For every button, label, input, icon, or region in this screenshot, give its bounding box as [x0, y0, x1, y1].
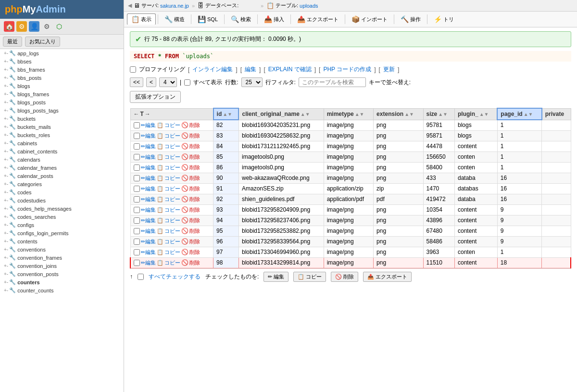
sidebar-item-app_logs[interactable]: +- 🔧 app_logs — [0, 49, 124, 57]
row-checkbox-95[interactable] — [134, 228, 140, 234]
del-btn-85[interactable]: 削除 — [189, 153, 200, 161]
sidebar-item-calendar_frames[interactable]: +- 🔧 calendar_frames — [0, 164, 124, 172]
row-checkbox-84[interactable] — [134, 143, 140, 150]
del-btn-86[interactable]: 削除 — [189, 164, 200, 171]
row-checkbox-96[interactable] — [134, 239, 140, 245]
sidebar-item-codes_help_messages[interactable]: +- 🔧 codes_help_messages — [0, 204, 124, 213]
sidebar-item-blogs_frames[interactable]: +- 🔧 blogs_frames — [0, 90, 124, 98]
sidebar-item-calendars[interactable]: +- 🔧 calendars — [0, 155, 124, 164]
toolbar-btn-表示[interactable]: 📋表示 — [127, 13, 156, 25]
bottom-copy-btn[interactable]: 📋 コピー — [293, 272, 326, 282]
sort-id-icon[interactable]: ▲▼ — [223, 112, 232, 117]
row-count-select[interactable]: 25 — [241, 77, 263, 87]
profiling-checkbox[interactable] — [130, 66, 136, 73]
expand-options-btn[interactable]: 拡張オプション — [130, 91, 181, 103]
edit-btn-92[interactable]: ✏編集 — [141, 196, 156, 203]
toolbar-btn-操作[interactable]: 🔨操作 — [396, 13, 425, 25]
db-link[interactable] — [240, 3, 258, 9]
plugin-icon[interactable]: ⬡ — [54, 21, 64, 32]
show-all-checkbox[interactable] — [184, 79, 190, 86]
bottom-export-btn[interactable]: 📤 エクスポート — [363, 272, 412, 282]
row-checkbox-94[interactable] — [134, 217, 140, 224]
sidebar-item-configs[interactable]: +- 🔧 configs — [0, 221, 124, 229]
sidebar-item-contents[interactable]: +- 🔧 contents — [0, 237, 124, 245]
copy-btn-91[interactable]: コピー — [164, 185, 180, 192]
row-checkbox-98[interactable] — [134, 260, 140, 266]
table-link[interactable]: uploads — [300, 3, 318, 9]
refresh-link[interactable]: 更新 — [383, 65, 395, 74]
row-checkbox-91[interactable] — [134, 186, 140, 192]
edit-btn-86[interactable]: ✏編集 — [141, 164, 156, 171]
edit-btn-83[interactable]: ✏編集 — [141, 132, 156, 139]
del-btn-92[interactable]: 削除 — [189, 196, 200, 203]
sidebar-item-blogs[interactable]: +- 🔧 blogs — [0, 82, 124, 90]
row-checkbox-92[interactable] — [134, 196, 140, 202]
filter-input[interactable] — [299, 77, 366, 87]
edit-link[interactable]: 編集 — [245, 65, 256, 74]
row-checkbox-97[interactable] — [134, 249, 140, 255]
sidebar-item-convention_posts[interactable]: +- 🔧 convention_posts — [0, 270, 124, 278]
sidebar-item-counter_counts[interactable]: +- 🔧 counter_counts — [0, 286, 124, 294]
toolbar-btn-エクスポート[interactable]: 📤エクスポート — [293, 13, 343, 25]
copy-btn-92[interactable]: コピー — [164, 196, 180, 203]
sidebar-item-conventions[interactable]: +- 🔧 conventions — [0, 245, 124, 253]
th-page-id[interactable]: page_id ▲▼ — [497, 108, 541, 120]
favorites-btn[interactable]: お気に入り — [25, 37, 60, 47]
copy-btn-94[interactable]: コピー — [164, 217, 180, 224]
toolbar-btn-挿入[interactable]: 📥挿入 — [260, 13, 288, 25]
row-checkbox-86[interactable] — [134, 164, 140, 171]
del-btn-98[interactable]: 削除 — [189, 259, 200, 266]
sidebar-item-buckets_roles[interactable]: +- 🔧 buckets_roles — [0, 131, 124, 139]
sidebar-item-convention_joins[interactable]: +- 🔧 convention_joins — [0, 262, 124, 270]
sort-left-icon[interactable]: ← — [134, 111, 139, 117]
sort-size-icon[interactable]: ▲▼ — [438, 112, 448, 117]
th-id[interactable]: id ▲▼ — [213, 108, 239, 120]
del-btn-95[interactable]: 削除 — [189, 228, 200, 235]
del-btn-94[interactable]: 削除 — [189, 217, 200, 224]
sort-right-icon[interactable]: → — [145, 111, 151, 117]
edit-btn-93[interactable]: ✏編集 — [141, 206, 156, 214]
copy-btn-82[interactable]: コピー — [164, 122, 180, 129]
del-btn-96[interactable]: 削除 — [189, 238, 200, 245]
toolbar-btn-トリ[interactable]: ⚡トリ — [429, 13, 458, 25]
th-size[interactable]: size ▲▼ — [423, 108, 454, 120]
php-code-link[interactable]: PHP コードの作成 — [323, 65, 371, 74]
prev-page-btn[interactable]: < — [146, 77, 156, 87]
user-icon[interactable]: 👤 — [29, 21, 39, 32]
copy-btn-86[interactable]: コピー — [164, 164, 180, 171]
del-btn-90[interactable]: 削除 — [189, 175, 200, 182]
sort-pageid-icon[interactable]: ▲▼ — [524, 112, 533, 117]
sort-mime-icon[interactable]: ▲▼ — [355, 112, 364, 117]
back-arrow[interactable]: ◀ — [128, 2, 132, 9]
sidebar-item-bbs_frames[interactable]: +- 🔧 bbs_frames — [0, 65, 124, 74]
sidebar-item-codestudies[interactable]: +- 🔧 codestudies — [0, 196, 124, 204]
sidebar-item-cabinet_contents[interactable]: +- 🔧 cabinet_contents — [0, 147, 124, 155]
server-icon[interactable]: ⚙ — [16, 21, 27, 32]
th-mimetype[interactable]: mimetype ▲▼ — [324, 108, 373, 120]
home-icon[interactable]: 🏠 — [4, 21, 14, 32]
edit-btn-90[interactable]: ✏編集 — [141, 175, 156, 182]
sidebar-item-buckets_mails[interactable]: +- 🔧 buckets_mails — [0, 123, 124, 131]
server-link[interactable]: sakura.ne.jp — [160, 3, 189, 9]
sidebar-item-convention_frames[interactable]: +- 🔧 convention_frames — [0, 253, 124, 262]
inline-edit-link[interactable]: インライン編集 — [192, 65, 233, 74]
row-checkbox-93[interactable] — [134, 207, 140, 213]
copy-btn-96[interactable]: コピー — [164, 238, 180, 245]
th-private[interactable]: private — [542, 108, 571, 120]
bottom-edit-btn[interactable]: ✏ 編集 — [263, 272, 288, 282]
del-btn-97[interactable]: 削除 — [189, 249, 200, 256]
copy-btn-97[interactable]: コピー — [164, 249, 180, 256]
copy-btn-84[interactable]: コピー — [164, 143, 180, 150]
sort-ext-icon[interactable]: ▲▼ — [404, 112, 414, 117]
edit-btn-94[interactable]: ✏編集 — [141, 217, 156, 224]
copy-btn-98[interactable]: コピー — [164, 259, 180, 266]
del-btn-93[interactable]: 削除 — [189, 206, 200, 214]
toolbar-btn-構造[interactable]: 🔧構造 — [160, 13, 189, 25]
del-btn-83[interactable]: 削除 — [189, 132, 200, 139]
toolbar-btn-インポート[interactable]: 📦インポート — [347, 13, 392, 25]
row-checkbox-83[interactable] — [134, 133, 140, 139]
edit-btn-85[interactable]: ✏編集 — [141, 153, 156, 161]
edit-btn-97[interactable]: ✏編集 — [141, 249, 156, 256]
sidebar-item-buckets[interactable]: +- 🔧 buckets — [0, 114, 124, 123]
sort-plugin-icon[interactable]: ▲▼ — [479, 112, 489, 117]
